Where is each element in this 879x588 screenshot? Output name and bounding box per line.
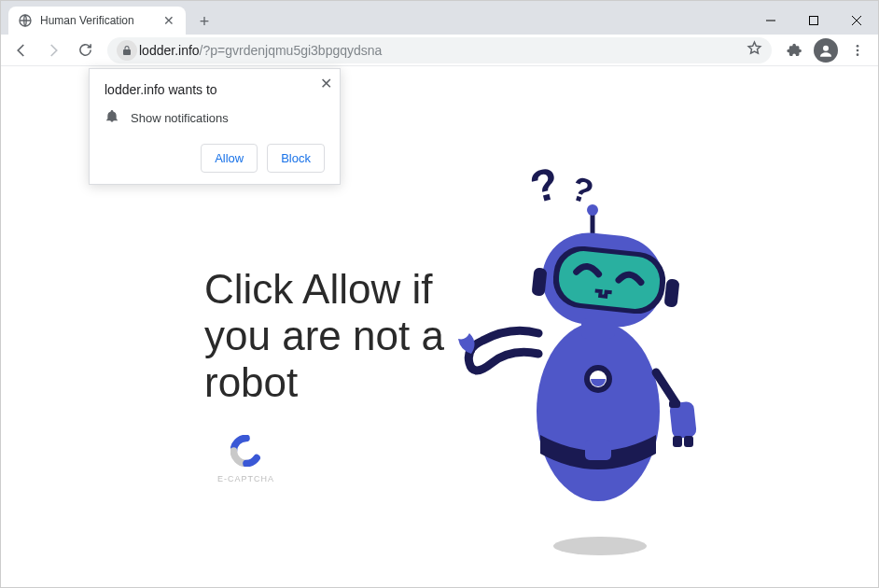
notification-permission-prompt: ✕ lodder.info wants to Show notification… bbox=[89, 68, 341, 185]
reload-button[interactable] bbox=[70, 36, 100, 64]
forward-button[interactable] bbox=[38, 36, 68, 64]
window-titlebar: Human Verification ✕ + bbox=[1, 1, 878, 35]
svg-point-10 bbox=[587, 204, 598, 216]
close-tab-icon[interactable]: ✕ bbox=[161, 11, 176, 30]
menu-button[interactable] bbox=[843, 36, 872, 64]
tab-title: Human Verification bbox=[40, 14, 161, 27]
captcha-badge: E-CAPTCHA bbox=[217, 435, 274, 483]
captcha-label: E-CAPTCHA bbox=[217, 474, 274, 483]
svg-rect-24 bbox=[673, 436, 682, 447]
page-content: ✕ lodder.info wants to Show notification… bbox=[1, 66, 878, 587]
globe-icon bbox=[18, 13, 33, 28]
url-host: lodder.info bbox=[139, 43, 200, 58]
bookmark-star-icon[interactable] bbox=[746, 40, 762, 60]
avatar-icon bbox=[814, 38, 838, 63]
extensions-icon[interactable] bbox=[779, 36, 809, 64]
permission-request-text: Show notifications bbox=[131, 111, 229, 125]
svg-point-8 bbox=[857, 53, 859, 56]
shadow-ellipse bbox=[553, 537, 647, 555]
address-bar[interactable]: lodder.info/?p=gvrdenjqmu5gi3bpgqydsna bbox=[107, 37, 772, 63]
profile-button[interactable] bbox=[811, 36, 841, 64]
svg-rect-25 bbox=[684, 436, 693, 447]
maximize-button[interactable] bbox=[792, 7, 835, 35]
bell-icon bbox=[105, 108, 119, 127]
svg-point-6 bbox=[857, 45, 859, 48]
close-window-button[interactable] bbox=[835, 7, 878, 35]
svg-rect-23 bbox=[669, 400, 680, 408]
block-button[interactable]: Block bbox=[267, 144, 325, 173]
browser-toolbar: lodder.info/?p=gvrdenjqmu5gi3bpgqydsna bbox=[1, 35, 878, 66]
captcha-logo-icon bbox=[230, 435, 262, 467]
svg-point-5 bbox=[823, 45, 829, 50]
minimize-button[interactable] bbox=[749, 7, 792, 35]
svg-rect-17 bbox=[581, 318, 615, 339]
svg-point-7 bbox=[857, 49, 859, 51]
svg-rect-15 bbox=[663, 278, 679, 307]
window-controls bbox=[749, 7, 878, 35]
lock-icon[interactable] bbox=[117, 40, 137, 61]
robot-illustration: ? ? bbox=[440, 160, 729, 552]
browser-tab[interactable]: Human Verification ✕ bbox=[8, 7, 186, 35]
svg-point-16 bbox=[537, 322, 660, 501]
url-path: /?p=gvrdenjqmu5gi3bpgqydsna bbox=[200, 43, 383, 58]
permission-origin-text: lodder.info wants to bbox=[105, 82, 325, 97]
close-icon[interactable]: ✕ bbox=[320, 75, 332, 92]
svg-rect-2 bbox=[810, 17, 818, 25]
svg-rect-20 bbox=[585, 440, 611, 460]
back-button[interactable] bbox=[7, 36, 36, 64]
allow-button[interactable]: Allow bbox=[201, 144, 258, 173]
new-tab-button[interactable]: + bbox=[191, 8, 217, 35]
